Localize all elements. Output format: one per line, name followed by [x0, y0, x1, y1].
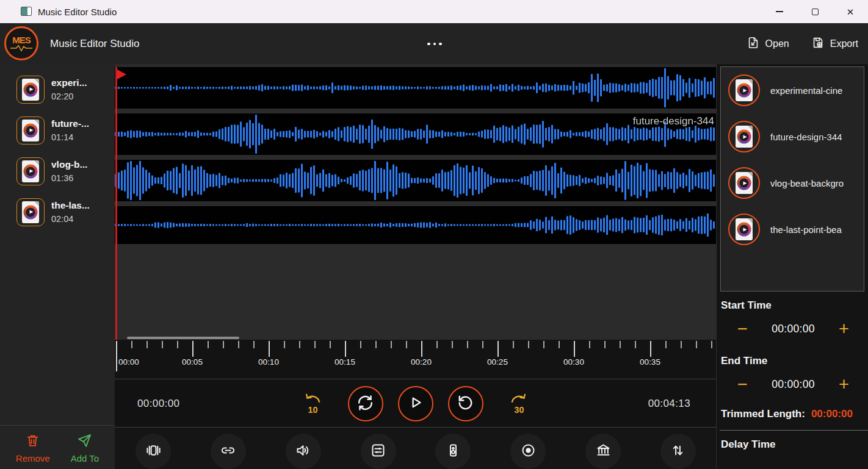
toolbar-trim-button[interactable]	[136, 434, 171, 469]
track-list-item[interactable]: the-last-point-bea	[721, 206, 864, 252]
page-fold-icon	[34, 160, 39, 165]
open-button[interactable]: Open	[747, 36, 789, 52]
restart-button[interactable]	[448, 386, 483, 421]
skip-forward-30-button[interactable]: 30	[507, 390, 531, 418]
open-file-icon	[747, 36, 760, 52]
toolbar-sort-button[interactable]	[660, 434, 696, 469]
toolbar-record-button[interactable]	[510, 434, 546, 469]
dot-icon	[439, 43, 442, 46]
dot-icon	[427, 43, 430, 46]
ruler-tick	[452, 341, 453, 348]
end-time-stepper: − 00:00:00 +	[717, 374, 868, 395]
maximize-button[interactable]	[797, 0, 833, 23]
restart-icon	[456, 393, 475, 414]
waveform-track-1[interactable]	[115, 67, 716, 109]
play-icon	[407, 393, 425, 414]
ruler-tick	[223, 341, 224, 348]
start-time-minus-button[interactable]: −	[737, 320, 748, 338]
library-item-duration: 02:20	[51, 91, 87, 101]
toolbar-mixer-button[interactable]	[361, 434, 396, 469]
ruler-tick	[330, 341, 331, 348]
start-time-stepper: − 00:00:00 +	[717, 318, 868, 339]
music-editor-window: Music Editor Studio ✕ MES Music Editor S…	[0, 0, 868, 469]
close-button[interactable]: ✕	[833, 0, 868, 23]
file-library-sidebar: experi...02:20future-...01:14vlog-b...01…	[0, 64, 115, 469]
ruler-tick	[238, 341, 239, 348]
waveform-track-4[interactable]	[115, 206, 716, 244]
ruler-tick	[406, 341, 407, 348]
play-badge-icon	[737, 176, 751, 190]
edit-panel: experimental-cinefuture-design-344vlog-b…	[716, 64, 868, 469]
toolbar-speaker-button[interactable]	[435, 434, 471, 469]
track-row-1	[115, 67, 716, 109]
end-time-plus-button[interactable]: +	[839, 376, 849, 393]
add-to-button[interactable]: Add To	[71, 433, 99, 469]
send-icon	[77, 433, 92, 450]
library-item-name: vlog-b...	[51, 159, 87, 170]
more-menu-button[interactable]	[422, 37, 447, 51]
track-list-item[interactable]: future-design-344	[721, 113, 864, 160]
page-fold-icon	[34, 120, 39, 124]
app-header: MES Music Editor Studio Open Export	[0, 23, 868, 64]
ruler-tick	[131, 341, 132, 348]
delay-time-plus-button[interactable]: +	[839, 465, 849, 469]
playhead[interactable]	[115, 67, 117, 340]
track-item-name: vlog-beat-backgro	[770, 178, 844, 188]
library-item[interactable]: experi...02:20	[0, 69, 115, 110]
add-to-button-label: Add To	[71, 453, 99, 464]
export-save-icon	[811, 36, 825, 52]
remove-button[interactable]: Remove	[16, 433, 50, 469]
waveform-area: future-design-344	[115, 64, 716, 340]
minimize-button[interactable]	[762, 0, 797, 23]
end-time-minus-button[interactable]: −	[737, 376, 748, 393]
ruler-tick	[208, 341, 209, 348]
track-list-item[interactable]: experimental-cine	[721, 67, 864, 113]
timeline-scrollbar[interactable]	[127, 337, 239, 339]
library-item[interactable]: the-las...02:04	[0, 192, 115, 232]
library-item-icon	[16, 157, 45, 185]
playhead-flag-icon	[117, 70, 126, 79]
audio-file-icon	[736, 172, 753, 194]
library-item[interactable]: future-...01:14	[0, 110, 115, 151]
elapsed-time: 00:00:00	[137, 379, 179, 428]
ruler-tick	[696, 341, 697, 348]
ruler-time-label: 00:05	[182, 357, 203, 367]
track-list-item[interactable]: vlog-beat-backgro	[721, 160, 864, 206]
delay-time-minus-button[interactable]: −	[737, 465, 748, 469]
export-button[interactable]: Export	[811, 36, 858, 52]
track-item-icon	[728, 213, 760, 245]
window-titlebar: Music Editor Studio ✕	[0, 0, 868, 23]
track-row-4	[115, 206, 716, 244]
mixer-icon	[370, 442, 386, 460]
maximize-icon	[812, 9, 819, 15]
track-item-icon	[728, 121, 760, 152]
ruler-time-label: 00:25	[487, 357, 508, 367]
end-time-value: 00:00:00	[772, 378, 815, 391]
timeline-ruler[interactable]: 00:0000:0500:1000:1500:2000:2500:3000:35	[115, 340, 716, 379]
toolbar-volume-button[interactable]	[286, 434, 321, 469]
library-item-icon	[16, 116, 45, 145]
ruler-tick	[620, 341, 621, 348]
ruler-tick	[650, 341, 651, 357]
library-item-icon	[16, 198, 45, 226]
library-item-icon	[16, 76, 45, 104]
track-row-2	[115, 113, 716, 155]
library-item-name: the-las...	[51, 200, 90, 211]
page-fold-icon	[34, 79, 39, 84]
loop-button[interactable]	[348, 386, 383, 421]
start-time-plus-button[interactable]: +	[839, 320, 849, 338]
waveform-track-2[interactable]	[115, 113, 716, 155]
skip-back-10-button[interactable]: 10	[300, 390, 325, 418]
library-item-name: experi...	[51, 77, 87, 88]
library-item[interactable]: vlog-b...01:36	[0, 151, 115, 192]
header-actions: Open Export	[747, 23, 858, 64]
toolbar-link-button[interactable]	[211, 434, 246, 469]
play-button[interactable]	[398, 386, 433, 421]
trimmed-length: Trimmed Length: 00:00:00	[721, 408, 853, 420]
ruler-tick	[711, 341, 712, 348]
waveform-track-3[interactable]	[115, 160, 716, 201]
library-actions: Remove Add To	[0, 425, 115, 469]
toolbar-bank-button[interactable]	[585, 434, 621, 469]
page-fold-icon	[748, 172, 753, 177]
app-logo: MES	[4, 26, 38, 60]
